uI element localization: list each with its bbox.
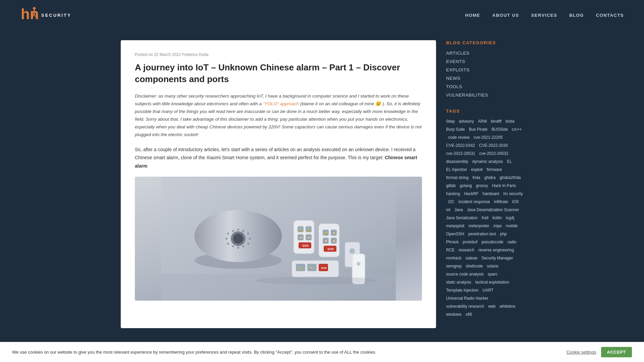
- tag-item[interactable]: Security Manager: [481, 255, 513, 261]
- tag-item[interactable]: romhack: [446, 255, 462, 261]
- accept-button[interactable]: ACCEPT: [601, 347, 632, 357]
- tag-item[interactable]: Kell: [482, 215, 488, 221]
- tag-item[interactable]: bindiff: [491, 118, 501, 124]
- tag-item[interactable]: x86: [466, 311, 472, 317]
- yolo-link[interactable]: "YOLO" approach: [263, 101, 299, 106]
- tag-item[interactable]: saleae: [466, 255, 477, 261]
- tag-item[interactable]: log4j: [506, 215, 514, 221]
- tag-item[interactable]: cve-2021-22205: [474, 134, 503, 140]
- category-articles[interactable]: ARTICLES: [446, 51, 470, 56]
- tag-item[interactable]: php: [500, 231, 507, 237]
- tag-item[interactable]: EL: [507, 159, 512, 165]
- article-meta: Posted on 22 March 2022 Federico Dotta: [135, 52, 422, 57]
- tag-item[interactable]: HackRF: [464, 191, 478, 197]
- tag-item[interactable]: pseudocode: [481, 239, 503, 245]
- tag-item[interactable]: dynamic analysis: [472, 159, 503, 165]
- tag-item[interactable]: CVE-2022-2030: [479, 142, 508, 148]
- tag-item[interactable]: exploit: [471, 167, 483, 173]
- tag-item[interactable]: web: [488, 303, 495, 309]
- tag-item[interactable]: cve-2022-26532: [479, 150, 508, 157]
- nav-blog[interactable]: BLOG: [569, 13, 584, 18]
- tag-item[interactable]: Hack In Paris: [492, 183, 516, 189]
- tag-item[interactable]: shellcode: [466, 263, 483, 269]
- category-news[interactable]: NEWS: [446, 76, 461, 81]
- tag-item[interactable]: CVE-2022-0342: [446, 142, 475, 148]
- svg-text:🔒: 🔒: [324, 231, 328, 235]
- cookie-settings-button[interactable]: Cookie settings: [567, 350, 596, 355]
- tag-item[interactable]: mips: [493, 223, 502, 229]
- svg-text:🔒: 🔒: [298, 266, 302, 269]
- tag-item[interactable]: Java Deserialization Scanner: [467, 207, 519, 213]
- nav-about[interactable]: ABOUT US: [492, 13, 519, 18]
- tag-item[interactable]: 0day: [446, 118, 455, 124]
- tag-item[interactable]: c/c++: [512, 126, 522, 132]
- tag-item[interactable]: hn security: [503, 191, 523, 197]
- tag-item[interactable]: vulnerability research: [446, 303, 484, 309]
- tag-item[interactable]: whitebox: [499, 303, 515, 309]
- tag-item[interactable]: cve-2022-26531: [446, 150, 475, 157]
- tag-item[interactable]: Burp Suite: [446, 126, 465, 132]
- tag-item[interactable]: semgrep: [446, 263, 462, 269]
- tag-item[interactable]: Phrack: [446, 239, 459, 245]
- tag-item[interactable]: gitlab: [446, 183, 456, 189]
- tag-item[interactable]: firmware: [487, 167, 502, 173]
- svg-point-65: [255, 277, 376, 285]
- tag-item[interactable]: metasploit: [446, 223, 465, 229]
- nav-contacts[interactable]: CONTACTS: [596, 13, 624, 18]
- tag-item[interactable]: I2C: [448, 199, 454, 205]
- tag-item[interactable]: radio: [507, 239, 517, 245]
- article-main: Posted on 22 March 2022 Federico Dotta A…: [121, 40, 436, 328]
- svg-point-31: [233, 234, 243, 244]
- tag-item[interactable]: brida: [505, 118, 515, 124]
- tag-item[interactable]: golang: [460, 183, 472, 189]
- tag-item[interactable]: kotlin: [492, 215, 502, 221]
- tag-item[interactable]: infiltrate: [494, 199, 508, 205]
- tag-item[interactable]: format string: [446, 175, 469, 181]
- tag-item[interactable]: iot: [446, 207, 450, 213]
- tag-item[interactable]: solaris: [487, 263, 498, 269]
- tag-item[interactable]: hardware: [483, 191, 499, 197]
- tag-item[interactable]: source code analysis: [446, 271, 484, 277]
- tag-item[interactable]: static analysis: [446, 279, 471, 285]
- logo[interactable]: hn SECURITY: [20, 5, 71, 25]
- tag-item[interactable]: disassembly: [446, 159, 468, 165]
- tag-item[interactable]: code review: [448, 134, 470, 140]
- category-exploits[interactable]: EXPLOITS: [446, 67, 470, 72]
- tag-item[interactable]: hacking: [446, 191, 460, 197]
- tag-item[interactable]: RCE: [446, 247, 454, 253]
- tag-item[interactable]: penetration test: [468, 231, 496, 237]
- tag-item[interactable]: protobuf: [463, 239, 477, 245]
- tag-item[interactable]: Java: [454, 207, 463, 213]
- tag-item[interactable]: tactical exploitation: [475, 279, 509, 285]
- tag-item[interactable]: research: [459, 247, 474, 253]
- category-tools[interactable]: TOOLS: [446, 84, 462, 89]
- tag-item[interactable]: mobile: [506, 223, 518, 229]
- tag-item[interactable]: incident response: [459, 199, 490, 205]
- tags-heading: TAGS: [446, 109, 523, 114]
- category-events[interactable]: EVENTS: [446, 59, 465, 64]
- tag-item[interactable]: windows: [446, 311, 462, 317]
- tag-item[interactable]: Java Serialization: [446, 215, 478, 221]
- tag-item[interactable]: frida: [473, 175, 480, 181]
- tag-item[interactable]: BUSSide: [491, 126, 508, 132]
- tag-item[interactable]: iOS: [512, 199, 519, 205]
- category-vulnerabilities[interactable]: VULNERABILITIES: [446, 93, 488, 98]
- tag-item[interactable]: reverse engineering: [478, 247, 514, 253]
- tag-item[interactable]: ghidra2frida: [499, 175, 521, 181]
- tag-item[interactable]: OpenSSH: [446, 231, 464, 237]
- tag-item[interactable]: Universal Radio Hacker: [446, 295, 488, 301]
- nav-home[interactable]: HOME: [465, 13, 480, 18]
- tag-item[interactable]: groovy: [476, 183, 488, 189]
- svg-point-19: [232, 245, 234, 247]
- tag-item[interactable]: ghidra: [484, 175, 495, 181]
- tag-item[interactable]: UART: [483, 287, 493, 293]
- tag-item[interactable]: Bus Pirate: [469, 126, 487, 132]
- svg-point-55: [350, 248, 355, 254]
- tag-item[interactable]: EL Injection: [446, 167, 467, 173]
- tag-item[interactable]: sparc: [488, 271, 497, 277]
- tag-item[interactable]: ARM: [478, 118, 487, 124]
- nav-services[interactable]: SERVICES: [531, 13, 557, 18]
- tag-item[interactable]: advisory: [459, 118, 474, 124]
- tag-item[interactable]: Template Injection: [446, 287, 479, 293]
- tag-item[interactable]: meterpreter: [469, 223, 489, 229]
